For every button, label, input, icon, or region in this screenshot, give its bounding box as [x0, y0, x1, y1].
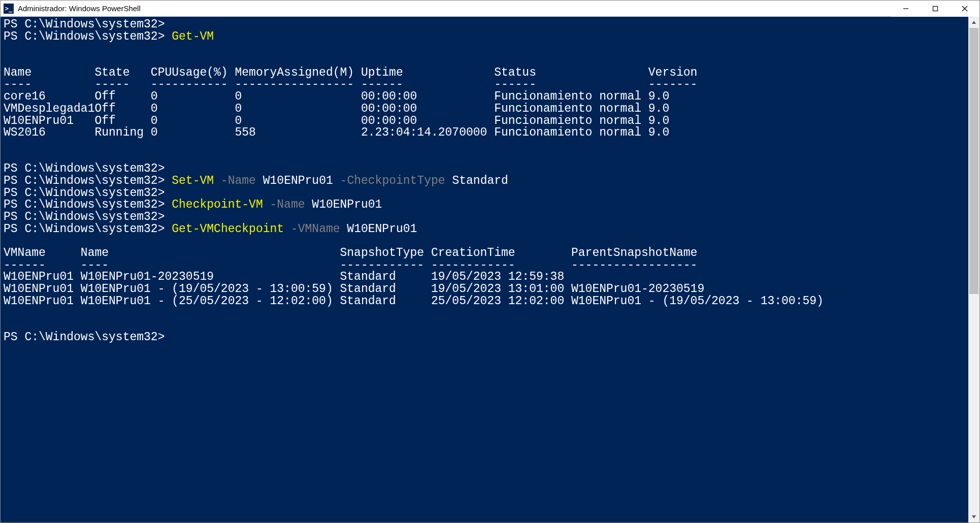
- close-button[interactable]: [950, 1, 979, 17]
- console-output[interactable]: PS C:\Windows\system32> PS C:\Windows\sy…: [1, 17, 968, 522]
- title-left: >_ Administrador: Windows PowerShell: [1, 4, 141, 14]
- powershell-window: >_ Administrador: Windows PowerShell PS …: [0, 0, 980, 523]
- scroll-track[interactable]: [968, 28, 979, 511]
- scroll-down-button[interactable]: [968, 511, 979, 522]
- maximize-button[interactable]: [921, 1, 950, 17]
- scroll-thumb[interactable]: [969, 28, 978, 294]
- window-title: Administrador: Windows PowerShell: [18, 4, 141, 13]
- window-controls: [891, 1, 979, 17]
- powershell-icon: >_: [4, 4, 14, 14]
- scroll-up-button[interactable]: [968, 17, 979, 28]
- console-wrap: PS C:\Windows\system32> PS C:\Windows\sy…: [1, 17, 979, 522]
- titlebar[interactable]: >_ Administrador: Windows PowerShell: [1, 1, 979, 17]
- svg-marker-4: [972, 21, 976, 24]
- vertical-scrollbar[interactable]: [968, 17, 979, 522]
- svg-rect-1: [933, 6, 938, 11]
- svg-marker-5: [972, 515, 976, 518]
- minimize-button[interactable]: [891, 1, 921, 17]
